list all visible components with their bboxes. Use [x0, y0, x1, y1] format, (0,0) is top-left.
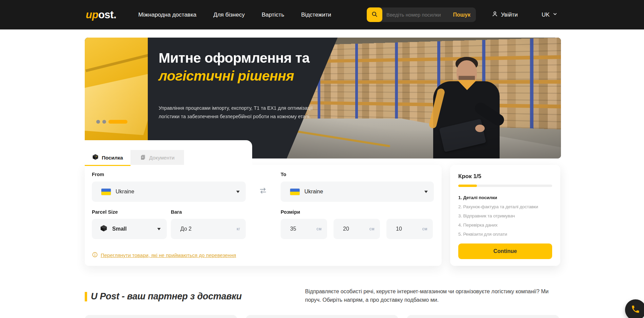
steps-list: 1. Деталі посилки 2. Рахунок-фактура та …	[458, 193, 552, 239]
logo-accent: up	[86, 9, 98, 21]
dimension-unit: см	[422, 227, 427, 231]
phone-icon	[631, 304, 640, 315]
dimension-unit: см	[369, 227, 375, 231]
restricted-items-link-label: Переглянути товари, які не приймаються д…	[101, 252, 236, 258]
to-country-value: Ukraine	[304, 189, 323, 195]
restricted-items-link[interactable]: Переглянути товари, які не приймаються д…	[92, 252, 236, 259]
step-item-2: 2. Рахунок-фактура та деталі доставки	[458, 202, 552, 211]
language-selector[interactable]: UK	[542, 0, 558, 29]
login-label: Увійти	[501, 12, 518, 18]
section-heading-block: U Post - ваш партнер з доставки	[85, 291, 242, 302]
parcel-size-label: Parcel Size	[92, 209, 118, 215]
dimension-width-field: см	[334, 219, 380, 239]
language-code: UK	[542, 12, 550, 18]
swap-directions-button[interactable]	[257, 185, 269, 197]
main-nav: Міжнародна доставка Для бізнесу Вартість…	[138, 0, 331, 29]
nav-link-international[interactable]: Міжнародна доставка	[138, 12, 196, 18]
caret-down-icon	[157, 228, 161, 230]
weight-unit: кг	[237, 227, 240, 231]
ukraine-flag-icon	[101, 189, 111, 195]
from-country-select[interactable]: Ukraine	[92, 182, 246, 202]
from-country-value: Ukraine	[116, 189, 134, 195]
step-item-3: 3. Відправник та отримувач	[458, 211, 552, 220]
info-icon	[92, 252, 98, 259]
user-icon	[491, 10, 498, 19]
upost-logo[interactable]: upost.	[86, 0, 116, 29]
steps-progress-fill	[458, 185, 477, 187]
shipment-form-card: From Ukraine To Ukraine Parcel Size Smal…	[85, 165, 442, 266]
carousel-dot-3-active[interactable]	[108, 120, 127, 124]
service-card-top-1[interactable]	[85, 315, 237, 318]
chevron-down-icon	[552, 12, 558, 18]
documents-icon	[140, 154, 146, 161]
logo-rest: ost.	[98, 9, 116, 21]
steps-progress-bar	[458, 185, 552, 187]
parcel-box-icon	[92, 154, 99, 161]
checkout-steps-card: Крок 1/5 1. Деталі посилки 2. Рахунок-фа…	[450, 165, 560, 266]
hero-subtitle: Управління процесами імпорту, експорту, …	[159, 104, 330, 121]
nav-link-track[interactable]: Відстежити	[301, 12, 331, 18]
tab-strip: Посилка Документи	[85, 140, 252, 165]
service-card-top-3[interactable]	[407, 315, 559, 318]
dimension-length-input[interactable]	[281, 226, 308, 232]
search-submit[interactable]: Пошук	[453, 12, 476, 18]
search-input[interactable]	[382, 12, 453, 18]
ukraine-flag-icon	[290, 189, 300, 195]
weight-label: Вага	[171, 209, 182, 215]
nav-link-business[interactable]: Для бізнесу	[213, 12, 245, 18]
step-item-5: 5. Реквізити для оплати	[458, 230, 552, 239]
hero-title-line1: Митне оформлення та	[159, 49, 309, 67]
steps-title: Крок 1/5	[458, 173, 552, 180]
login-button[interactable]: Увійти	[491, 0, 518, 29]
tab-parcel-label: Посилка	[102, 155, 123, 161]
dimension-height-field: см	[386, 219, 433, 239]
call-widget-button[interactable]	[625, 299, 644, 318]
to-label: To	[281, 172, 286, 177]
shipment-type-tabs: Посилка Документи	[85, 150, 184, 165]
parcel-size-value: Small	[112, 226, 127, 232]
dimension-width-input[interactable]	[334, 226, 361, 232]
weight-field: кг	[171, 219, 246, 239]
dimension-length-field: см	[281, 219, 327, 239]
navbar: upost. Міжнародна доставка Для бізнесу В…	[0, 0, 644, 29]
weight-input[interactable]	[171, 226, 223, 232]
dimensions-label: Розміри	[281, 209, 300, 215]
section-description: Відправляєте особисті речі, керуєте інте…	[305, 287, 563, 304]
carousel-dots	[96, 120, 127, 124]
to-country-select[interactable]: Ukraine	[281, 182, 434, 202]
dimension-unit: см	[317, 227, 322, 231]
search-icon-button[interactable]	[367, 7, 382, 22]
hero-title: Митне оформлення та логістичні рішення	[159, 49, 309, 85]
continue-button[interactable]: Continue	[458, 243, 552, 259]
caret-down-icon	[236, 191, 240, 193]
section-heading: U Post - ваш партнер з доставки	[91, 291, 242, 302]
service-card-top-2[interactable]	[246, 315, 398, 318]
tab-documents-label: Документи	[149, 155, 175, 161]
heading-accent-bar	[85, 292, 87, 301]
nav-link-pricing[interactable]: Вартість	[262, 12, 284, 18]
carousel-dot-2[interactable]	[102, 120, 106, 124]
from-label: From	[92, 172, 104, 177]
tab-documents[interactable]: Документи	[130, 150, 184, 165]
tab-parcel[interactable]: Посилка	[85, 150, 130, 165]
parcel-size-select[interactable]: Small	[92, 219, 167, 239]
parcel-size-box-icon	[100, 225, 107, 233]
search-icon	[371, 11, 378, 19]
carousel-dot-1[interactable]	[96, 120, 100, 124]
hero-title-line2: логістичні рішення	[159, 67, 309, 85]
step-item-1: 1. Деталі посилки	[458, 193, 552, 202]
tracking-search: Пошук	[367, 7, 476, 22]
step-item-4: 4. Перевірка даних	[458, 220, 552, 230]
caret-down-icon	[424, 191, 428, 193]
dimension-height-input[interactable]	[386, 226, 414, 232]
